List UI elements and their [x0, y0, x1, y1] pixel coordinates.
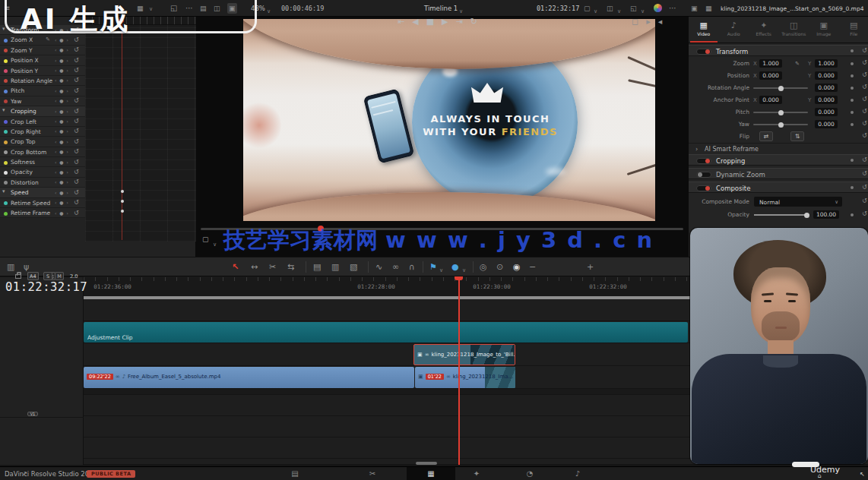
keyframe-row[interactable]: Distortion ‹ ● › ↺ — [0, 178, 85, 188]
keyframe-nav-controls[interactable]: ‹ ● › — [55, 200, 69, 205]
page-button[interactable]: ↗ — [0, 467, 49, 480]
composite-mode-reset-icon[interactable]: ↺ — [862, 197, 867, 204]
keyframe-row[interactable]: Crop Right ‹ ● › ↺ — [0, 127, 85, 137]
inspector-tab[interactable]: ▣ Image — [809, 19, 839, 43]
keyframe-nav-controls[interactable]: ‹ ● › — [55, 58, 69, 63]
keyframe-nav-controls[interactable]: ‹ ● › — [55, 128, 69, 134]
keyframe-nav-controls[interactable]: ‹ ● › — [55, 169, 69, 175]
zoom-reset-icon[interactable]: ↺ — [862, 59, 867, 66]
video-frame[interactable]: ALWAYS IN TOUCH WITH YOUR FRIENDS — [243, 19, 655, 221]
insert-clip-icon[interactable]: ▤ — [313, 262, 321, 272]
flag-color-chevron[interactable]: ∨ — [439, 267, 443, 273]
viewer-scrub-bar[interactable] — [201, 228, 683, 230]
kling-audio-clip[interactable]: ▣01'22∞kling_20231218_Ima... — [415, 367, 515, 388]
page-button[interactable]: ▤ — [271, 467, 319, 480]
composite-enable-toggle[interactable] — [696, 185, 711, 191]
keyframe-nav-controls[interactable]: ‹ ● › — [55, 68, 69, 73]
zoom-in-icon[interactable]: + — [587, 262, 594, 272]
keyframe-row[interactable]: Yaw ‹ ● › ↺ — [0, 96, 85, 106]
inspector-tab[interactable]: ◫ Transitions — [779, 19, 809, 43]
keyframe-nav-controls[interactable]: ‹ ● › — [55, 139, 69, 144]
viewer-mode-b-icon[interactable]: ◫ — [214, 3, 220, 14]
keyframe-graph-area[interactable] — [85, 17, 196, 242]
cropping-enable-toggle[interactable] — [696, 158, 711, 164]
keyframe-row[interactable]: Retime Speed ‹ ● › ↺ — [0, 198, 85, 208]
adjustment-clip[interactable]: Adjustment Clip — [84, 322, 688, 343]
trim-edit-tool-icon[interactable]: ↔ — [251, 262, 258, 272]
viewer-sizing-chevron[interactable]: ∨ — [213, 242, 217, 248]
parameter-reset-icon[interactable]: ↺ — [74, 77, 79, 84]
transport-button[interactable]: ⇥ — [456, 17, 463, 27]
parameter-reset-icon[interactable]: ↺ — [74, 128, 79, 134]
fit-zoom-icon[interactable]: ◱ — [630, 3, 637, 14]
inspector-tab[interactable]: ♪ Audio — [719, 19, 749, 43]
thin-track-header[interactable]: V1 — [0, 412, 84, 418]
pitch-field[interactable]: 0.000 — [815, 108, 838, 117]
overlay-mode-chevron[interactable]: ∨ — [594, 8, 597, 14]
keyframe-row[interactable]: Crop Top ‹ ● › ↺ — [0, 137, 85, 147]
parameter-reset-icon[interactable]: ↺ — [74, 36, 79, 43]
transform-keyframe-icon[interactable] — [851, 49, 854, 52]
rotation-slider[interactable] — [753, 87, 808, 89]
flip-vertical-button[interactable]: ⇅ — [790, 131, 804, 141]
keyframe-nav-controls[interactable]: ‹ ● › — [55, 149, 69, 154]
cropping-reset-icon[interactable]: ↺ — [862, 156, 867, 163]
keyframe-nav-controls[interactable]: ‹ ● › — [55, 27, 69, 33]
yaw-keyframe-icon[interactable] — [851, 123, 854, 126]
timeline-horizontal-scrollbar[interactable] — [416, 462, 437, 465]
anchor-keyframe-icon[interactable] — [851, 99, 854, 102]
zoom-out-icon[interactable]: − — [529, 262, 536, 272]
page-button[interactable]: ✂ — [348, 467, 397, 480]
transport-button[interactable]: ▶ — [442, 17, 448, 27]
composite-section-header[interactable]: Composite ↺ — [689, 182, 868, 193]
transform-reset-icon[interactable]: ↺ — [862, 47, 867, 54]
marker-color-chevron[interactable]: ∨ — [462, 267, 466, 273]
opacity-reset-icon[interactable]: ↺ — [862, 210, 867, 217]
parameter-reset-icon[interactable]: ↺ — [74, 118, 79, 125]
transform-section-header[interactable]: Transform ↺ — [689, 45, 868, 56]
timeline-name-chevron[interactable]: ∨ — [459, 8, 463, 14]
zoom-keyframe-icon[interactable] — [851, 62, 854, 65]
custom-zoom-icon[interactable]: ◉ — [513, 262, 521, 272]
keyframe-row[interactable]: Opacity ‹ ● › ↺ — [0, 167, 85, 177]
viewer-options-icon[interactable]: ⋯ — [669, 3, 676, 14]
anchor-reset-icon[interactable]: ↺ — [862, 96, 867, 103]
keyframe-playhead-marker[interactable] — [119, 18, 124, 23]
panel-grid-icon[interactable]: ▦ — [137, 3, 144, 14]
position-x-field[interactable]: 0.000 — [759, 71, 782, 81]
keyframe-nav-controls[interactable]: ‹ ● › — [55, 159, 69, 165]
yaw-reset-icon[interactable]: ↺ — [862, 120, 867, 127]
rotation-field[interactable]: 0.000 — [815, 84, 838, 93]
reframe-disclosure-icon[interactable]: › — [695, 146, 698, 153]
hamburger-menu-icon[interactable]: ≡ — [4, 3, 10, 14]
parameter-reset-icon[interactable]: ↺ — [74, 46, 79, 53]
inspector-tab[interactable]: ✦ Effects — [749, 19, 779, 43]
dynamic-zoom-enable-toggle[interactable] — [696, 172, 711, 178]
pitch-slider[interactable] — [753, 112, 808, 113]
parameter-reset-icon[interactable]: ↺ — [74, 57, 79, 64]
transport-button[interactable]: ◀ — [412, 17, 418, 27]
fit-zoom-chevron[interactable]: ∨ — [641, 8, 645, 14]
keyframe-nav-controls[interactable]: ‹ ● › — [55, 179, 69, 185]
keyframe-nav-controls[interactable]: ‹ ● › — [55, 109, 69, 114]
detail-zoom-icon[interactable]: ⊙ — [496, 262, 503, 272]
retime-frame-keyframe-dot[interactable] — [121, 210, 124, 213]
keyframe-row[interactable]: ▾ Cropping ‹ ● › ↺ — [0, 106, 85, 116]
timeline-playhead-line[interactable] — [458, 276, 460, 465]
retime-curve-icon[interactable]: ∿ — [375, 262, 382, 272]
keyframe-mini-ruler[interactable] — [85, 17, 196, 25]
flip-reset-icon[interactable]: ↺ — [862, 132, 867, 139]
transport-button[interactable]: ⇤ — [398, 17, 404, 27]
transport-aux-button[interactable]: ◻ — [632, 17, 638, 27]
composite-keyframe-icon[interactable] — [851, 186, 854, 189]
dynamic-zoom-section-header[interactable]: Dynamic Zoom ↺ — [689, 168, 868, 179]
razor-tool-icon[interactable]: ✂ — [269, 262, 276, 272]
timeline-view-options-icon[interactable]: ▥ — [7, 262, 14, 272]
keyframe-nav-controls[interactable]: ‹ ● › — [55, 88, 69, 93]
keyframe-row[interactable]: Softness ‹ ● › ↺ — [0, 157, 85, 167]
parameter-reset-icon[interactable]: ↺ — [74, 189, 79, 196]
keyframe-row[interactable]: Pitch ‹ ● › ↺ — [0, 86, 85, 96]
track-number-badge[interactable]: A4 — [27, 272, 39, 280]
keyframe-row[interactable]: Position X ‹ ● › ↺ — [0, 55, 85, 65]
rotation-keyframe-icon[interactable] — [851, 87, 854, 90]
